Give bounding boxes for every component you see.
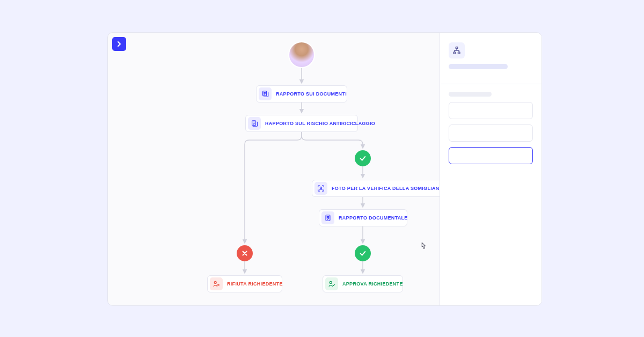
panel-header — [440, 33, 541, 84]
applicant-avatar[interactable] — [288, 41, 315, 68]
connectors-svg — [108, 33, 441, 306]
svg-rect-7 — [453, 52, 456, 54]
flow-tree-icon — [449, 42, 465, 58]
step-label: RAPPORTO DOCUMENTALE — [339, 215, 408, 221]
svg-point-5 — [330, 281, 332, 283]
step-approve-applicant[interactable]: APPROVA RICHIEDENTE — [323, 275, 403, 292]
check-icon — [359, 155, 367, 162]
step-face-similarity-photo[interactable]: FOTO PER LA VERIFICA DELLA SOMIGLIANZA F… — [312, 180, 441, 197]
cursor-icon — [419, 242, 427, 251]
step-label: RAPPORTO SUL RISCHIO ANTIRICICLAGGIO — [265, 121, 375, 126]
app-window: RAPPORTO SUI DOCUMENTI RAPPORTO SUL RISC… — [107, 32, 542, 306]
svg-point-2 — [320, 187, 322, 189]
step-documentary-report[interactable]: RAPPORTO DOCUMENTALE — [319, 209, 407, 226]
decision-approve[interactable] — [355, 245, 371, 261]
properties-panel — [440, 33, 541, 306]
svg-rect-6 — [456, 47, 458, 49]
decision-reject[interactable] — [237, 245, 253, 261]
panel-field[interactable] — [449, 102, 533, 119]
svg-rect-8 — [458, 52, 460, 54]
step-aml-risk-report[interactable]: RAPPORTO SUL RISCHIO ANTIRICICLAGGIO — [245, 115, 358, 132]
svg-point-4 — [214, 281, 216, 283]
panel-title-skeleton — [449, 64, 508, 69]
step-label: RAPPORTO SUI DOCUMENTI — [276, 91, 347, 97]
person-x-icon — [210, 277, 223, 290]
decision-approve[interactable] — [355, 150, 371, 166]
step-documents-report[interactable]: RAPPORTO SUI DOCUMENTI — [256, 85, 347, 102]
cross-icon — [241, 250, 248, 257]
face-scan-icon — [314, 182, 327, 195]
check-icon — [359, 250, 367, 257]
file-check-icon — [321, 211, 334, 224]
step-reject-applicant[interactable]: RIFIUTA RICHIEDENTE — [207, 275, 282, 292]
file-stack-icon — [248, 117, 261, 130]
file-stack-icon — [259, 87, 272, 100]
panel-field[interactable] — [449, 124, 533, 142]
step-label: APPROVA RICHIEDENTE — [342, 281, 403, 287]
panel-field-selected[interactable] — [449, 147, 533, 164]
workflow-canvas[interactable]: RAPPORTO SUI DOCUMENTI RAPPORTO SUL RISC… — [108, 33, 441, 306]
panel-subtitle-skeleton — [449, 92, 492, 97]
step-label: RIFIUTA RICHIEDENTE — [227, 281, 283, 287]
step-label: FOTO PER LA VERIFICA DELLA SOMIGLIANZA F… — [332, 186, 441, 191]
panel-body — [440, 84, 541, 177]
person-check-icon — [325, 277, 338, 290]
